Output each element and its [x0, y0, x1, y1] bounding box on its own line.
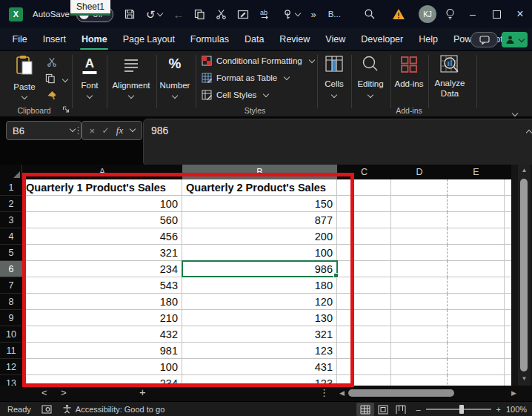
horizontal-scrollbar-thumb[interactable]: [348, 389, 454, 397]
cell-f[interactable]: [505, 196, 511, 212]
cell-e[interactable]: [448, 179, 505, 196]
enter-button[interactable]: ✓: [102, 125, 109, 136]
accessibility-status[interactable]: Accessibility: Good to go: [62, 404, 164, 414]
cell-e[interactable]: [448, 326, 505, 343]
cut-ribbon-button[interactable]: [47, 57, 57, 67]
tab-formulas[interactable]: Formulas: [182, 28, 236, 50]
insert-function-button[interactable]: fx: [116, 125, 123, 136]
cell-f[interactable]: [505, 245, 511, 261]
format-painter-button[interactable]: [47, 90, 58, 101]
cell-f[interactable]: [505, 310, 511, 326]
cells-group-button[interactable]: [325, 56, 343, 72]
share-button[interactable]: [502, 32, 528, 47]
sheet-options-kebab-icon[interactable]: ⋮: [319, 387, 329, 398]
redo-button[interactable]: ←: [173, 9, 184, 20]
cell-styles-button[interactable]: Cell Styles: [202, 90, 268, 100]
cell-e[interactable]: [448, 228, 505, 245]
cancel-button[interactable]: ×: [89, 125, 95, 136]
row-header[interactable]: 10: [0, 326, 22, 343]
row-header[interactable]: 3: [0, 212, 22, 228]
cell-f[interactable]: [505, 212, 511, 228]
tab-data[interactable]: Data: [236, 28, 271, 50]
translate-button[interactable]: ab: [259, 8, 272, 20]
format-as-table-button[interactable]: Format as Table: [202, 73, 289, 83]
close-button[interactable]: ×: [508, 0, 532, 28]
cell-d[interactable]: [391, 359, 448, 375]
scroll-up-arrow-icon[interactable]: ▲: [518, 167, 531, 174]
tab-file[interactable]: File: [4, 28, 35, 50]
comments-button[interactable]: [471, 32, 498, 47]
row-header[interactable]: 9: [0, 310, 22, 326]
collapse-ribbon-chevron-icon[interactable]: [512, 110, 518, 116]
cell-f[interactable]: [505, 326, 511, 343]
draft-pen-button[interactable]: [237, 9, 249, 20]
cell-f[interactable]: [505, 228, 511, 245]
row-header[interactable]: 4: [0, 228, 22, 245]
cell-e[interactable]: [448, 261, 505, 277]
maximize-button[interactable]: [485, 0, 508, 28]
zoom-slider[interactable]: [426, 409, 491, 410]
normal-view-button[interactable]: [356, 403, 374, 416]
row-header[interactable]: 7: [0, 277, 22, 294]
warning-button[interactable]: [392, 8, 405, 20]
cell-d[interactable]: [391, 375, 448, 386]
conditional-formatting-button[interactable]: Conditional Formatting: [202, 56, 314, 66]
tab-insert[interactable]: Insert: [35, 28, 73, 50]
cell-f[interactable]: [505, 359, 511, 375]
tab-view[interactable]: View: [318, 28, 353, 50]
tab-page-layout[interactable]: Page Layout: [115, 28, 182, 50]
cell-d[interactable]: [391, 212, 448, 228]
cell-e[interactable]: [448, 375, 505, 386]
cell-d[interactable]: [391, 261, 448, 277]
cell-d[interactable]: [391, 343, 448, 359]
quick-access-more-button[interactable]: »: [310, 10, 316, 19]
cell-e[interactable]: [448, 359, 505, 375]
excel-logo-icon[interactable]: X: [9, 7, 23, 22]
cell-d[interactable]: [391, 326, 448, 343]
cell-d[interactable]: [391, 196, 448, 212]
vertical-scrollbar-thumb[interactable]: [520, 179, 528, 372]
row-header[interactable]: 1: [0, 179, 22, 196]
tab-review[interactable]: Review: [272, 28, 318, 50]
row-header[interactable]: 8: [0, 294, 22, 310]
alignment-group-button[interactable]: [124, 59, 139, 72]
clipboard-dialog-launcher[interactable]: [63, 106, 70, 113]
column-header-e[interactable]: E: [448, 165, 505, 179]
minimize-button[interactable]: –: [461, 0, 485, 28]
cell-f[interactable]: [505, 294, 511, 310]
cell-f[interactable]: [505, 375, 511, 386]
cell-e[interactable]: [448, 277, 505, 294]
cell-d[interactable]: [391, 310, 448, 326]
touch-mode-button[interactable]: [282, 9, 300, 20]
row-header[interactable]: 11: [0, 343, 22, 359]
undo-button[interactable]: ↺: [146, 9, 163, 20]
page-break-view-button[interactable]: [392, 403, 410, 416]
name-box[interactable]: B6: [6, 121, 82, 140]
cell-f[interactable]: [505, 343, 511, 359]
hscroll-left-arrow-icon[interactable]: ◀: [339, 389, 345, 397]
row-header[interactable]: 2: [0, 196, 22, 212]
zoom-slider-thumb[interactable]: [459, 405, 464, 414]
collapse-formula-bar-chevron-icon[interactable]: [526, 130, 532, 136]
cell-f[interactable]: [505, 261, 511, 277]
row-header[interactable]: 12: [0, 359, 22, 375]
row-header[interactable]: 6: [0, 261, 22, 277]
formula-input[interactable]: 986: [143, 119, 532, 166]
cell-e[interactable]: [448, 212, 505, 228]
new-sheet-button[interactable]: +: [139, 386, 146, 398]
search-button[interactable]: [364, 8, 376, 20]
tab-developer[interactable]: Developer: [353, 28, 411, 50]
addins-button[interactable]: [400, 56, 418, 73]
cell-e[interactable]: [448, 245, 505, 261]
prev-sheet-button[interactable]: <: [41, 387, 47, 398]
vertical-scrollbar[interactable]: ▲ ▼: [518, 165, 531, 386]
copy-ribbon-button[interactable]: [45, 73, 56, 84]
font-group-button[interactable]: A: [83, 57, 97, 74]
row-header[interactable]: 5: [0, 245, 22, 261]
cell-d[interactable]: [391, 245, 448, 261]
cut-button[interactable]: [216, 9, 227, 20]
scroll-down-arrow-icon[interactable]: ▼: [518, 375, 531, 382]
analyze-data-button[interactable]: [440, 55, 459, 74]
macro-record-button[interactable]: [41, 405, 52, 414]
cell-e[interactable]: [448, 343, 505, 359]
